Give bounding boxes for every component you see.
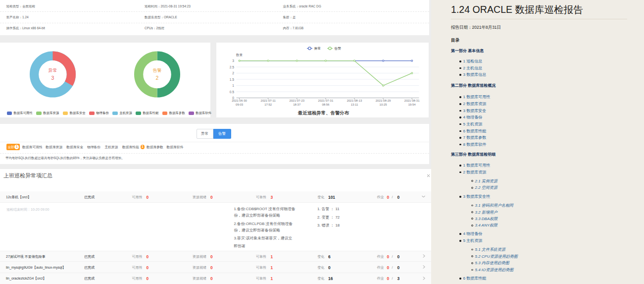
svg-text:10:25: 10:25 <box>380 103 388 106</box>
svg-text:1: 1 <box>232 84 234 87</box>
svg-text:2021-06-30: 2021-06-30 <box>232 99 247 102</box>
svg-text:数量: 数量 <box>236 53 243 57</box>
svg-text:2: 2 <box>232 71 234 75</box>
svg-text:1.5: 1.5 <box>230 78 234 81</box>
svg-text:3: 3 <box>232 59 234 62</box>
svg-text:09:03: 09:03 <box>236 103 244 106</box>
svg-text:2021-08-13: 2021-08-13 <box>347 99 362 102</box>
svg-text:2021-07-23: 2021-07-23 <box>289 99 304 102</box>
svg-text:08:56: 08:56 <box>322 103 330 106</box>
svg-text:17:52: 17:52 <box>264 103 272 106</box>
svg-text:2021-07-11: 2021-07-11 <box>261 99 276 102</box>
svg-text:19:54: 19:54 <box>408 103 416 106</box>
svg-text:18:37: 18:37 <box>293 103 301 106</box>
svg-text:13:11: 13:11 <box>351 103 358 106</box>
svg-text:2021-07-31: 2021-07-31 <box>318 99 334 102</box>
svg-text:告警: 告警 <box>335 47 342 51</box>
svg-text:2.5: 2.5 <box>230 65 234 69</box>
svg-text:异常: 异常 <box>314 47 321 51</box>
svg-text:0.5: 0.5 <box>230 90 234 94</box>
svg-text:2021-08-29: 2021-08-29 <box>376 99 391 102</box>
svg-text:2021-08-31: 2021-08-31 <box>404 99 420 102</box>
